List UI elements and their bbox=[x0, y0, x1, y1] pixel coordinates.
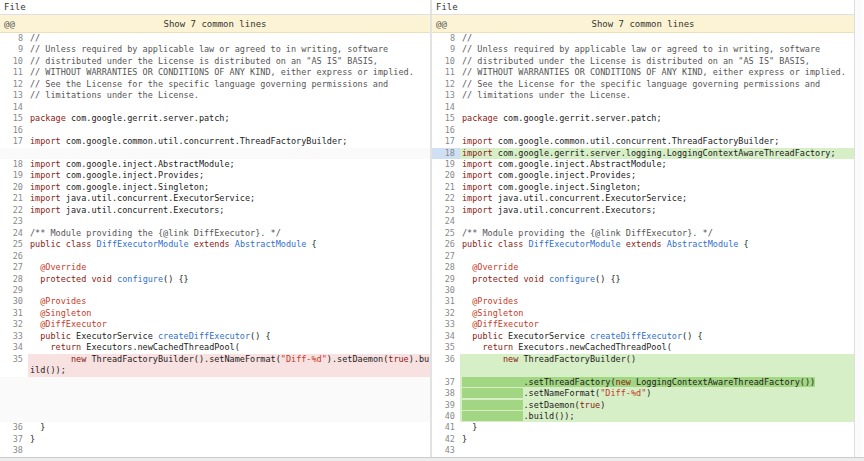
code-segment: .setThreadFactory( bbox=[462, 377, 616, 387]
line-number[interactable]: 27 bbox=[0, 262, 28, 273]
line-number[interactable]: 34 bbox=[432, 331, 460, 342]
line-number[interactable]: 38 bbox=[0, 445, 28, 456]
code-row: 35 return Executors.newCachedThreadPool( bbox=[432, 342, 854, 353]
line-number[interactable]: 32 bbox=[432, 308, 460, 319]
code-row: 28 @Override bbox=[432, 262, 854, 273]
code-line: import com.google.common.util.concurrent… bbox=[460, 136, 854, 147]
line-number[interactable]: 31 bbox=[432, 296, 460, 307]
line-number[interactable]: 33 bbox=[0, 331, 28, 342]
code-segment: "Diff-%d" bbox=[281, 354, 327, 364]
show-common-lines-button[interactable]: Show 7 common lines bbox=[164, 19, 267, 29]
code-segment: package bbox=[462, 113, 498, 123]
line-number[interactable]: 29 bbox=[432, 274, 460, 285]
line-number[interactable]: 23 bbox=[0, 216, 28, 227]
line-number[interactable]: 28 bbox=[432, 262, 460, 273]
line-number[interactable]: 16 bbox=[432, 125, 460, 136]
code-segment bbox=[30, 319, 40, 329]
line-number[interactable]: 9 bbox=[0, 44, 28, 55]
code-row: 14 bbox=[0, 102, 430, 113]
filler-row bbox=[0, 388, 430, 399]
code-row: 8// bbox=[432, 33, 854, 44]
line-number[interactable]: 21 bbox=[0, 193, 28, 204]
code-row: 11// WITHOUT WARRANTIES OR CONDITIONS OF… bbox=[432, 67, 854, 78]
code-row: 38 .setNameFormat("Diff-%d") bbox=[432, 388, 854, 399]
code-segment: com.google.common.util.concurrent.Thread… bbox=[61, 136, 348, 146]
line-number[interactable]: 12 bbox=[432, 79, 460, 90]
line-number[interactable]: 28 bbox=[0, 274, 28, 285]
code-row: 27 bbox=[432, 251, 854, 262]
line-number[interactable]: 37 bbox=[432, 377, 460, 388]
code-line: public class DiffExecutorModule extends … bbox=[28, 239, 430, 250]
line-number[interactable]: 24 bbox=[432, 216, 460, 227]
line-number[interactable]: 14 bbox=[432, 102, 460, 113]
line-number[interactable]: 18 bbox=[432, 148, 460, 159]
hunk-marker: @@ bbox=[4, 19, 15, 29]
filler-row bbox=[0, 377, 430, 388]
code-line: .setDaemon(true) bbox=[460, 400, 854, 411]
code-row: 19import com.google.inject.Provides; bbox=[0, 170, 430, 181]
code-line: @Singleton bbox=[28, 308, 430, 319]
scrollbar-track[interactable] bbox=[854, 0, 862, 457]
line-number[interactable]: 25 bbox=[0, 239, 28, 250]
line-number[interactable]: 16 bbox=[0, 125, 28, 136]
line-number[interactable]: 32 bbox=[0, 319, 28, 330]
line-number[interactable]: 13 bbox=[0, 90, 28, 101]
line-number[interactable]: 11 bbox=[0, 67, 28, 78]
line-number[interactable]: 25 bbox=[432, 228, 460, 239]
line-number[interactable]: 36 bbox=[432, 354, 460, 377]
code-row: 43 bbox=[432, 445, 854, 456]
line-number[interactable]: 22 bbox=[432, 193, 460, 204]
line-number[interactable]: 13 bbox=[432, 90, 460, 101]
line-number[interactable]: 24 bbox=[0, 228, 28, 239]
line-number[interactable]: 23 bbox=[432, 205, 460, 216]
line-number[interactable]: 37 bbox=[0, 434, 28, 445]
line-number[interactable]: 15 bbox=[432, 113, 460, 124]
line-number[interactable]: 19 bbox=[432, 159, 460, 170]
line-number[interactable]: 12 bbox=[0, 79, 28, 90]
line-number[interactable]: 39 bbox=[432, 400, 460, 411]
code-line: import com.google.inject.Provides; bbox=[460, 170, 854, 181]
line-number[interactable]: 20 bbox=[0, 182, 28, 193]
line-number[interactable]: 9 bbox=[432, 44, 460, 55]
code-segment: com.google.inject.AbstractModule; bbox=[61, 159, 235, 169]
code-line: // bbox=[28, 33, 430, 44]
line-number[interactable]: 36 bbox=[0, 422, 28, 433]
show-common-lines-button[interactable]: Show 7 common lines bbox=[592, 19, 695, 29]
line-number[interactable]: 11 bbox=[432, 67, 460, 78]
line-number[interactable]: 19 bbox=[0, 170, 28, 181]
line-number[interactable]: 33 bbox=[432, 319, 460, 330]
line-number[interactable]: 30 bbox=[0, 296, 28, 307]
line-number[interactable]: 38 bbox=[432, 388, 460, 399]
line-number[interactable]: 20 bbox=[432, 170, 460, 181]
line-number[interactable]: 35 bbox=[0, 354, 28, 377]
code-segment: // WITHOUT WARRANTIES OR CONDITIONS OF A… bbox=[462, 67, 846, 77]
line-number[interactable]: 14 bbox=[0, 102, 28, 113]
line-number[interactable]: 31 bbox=[0, 308, 28, 319]
line-number[interactable]: 26 bbox=[432, 239, 460, 250]
line-number[interactable]: 10 bbox=[432, 56, 460, 67]
line-number[interactable]: 34 bbox=[0, 342, 28, 353]
line-number[interactable]: 40 bbox=[432, 411, 460, 422]
line-number[interactable]: 42 bbox=[432, 434, 460, 445]
line-number[interactable]: 21 bbox=[432, 182, 460, 193]
line-number[interactable]: 29 bbox=[0, 285, 28, 296]
code-row: 31 @Provides bbox=[432, 296, 854, 307]
line-number[interactable]: 17 bbox=[0, 136, 28, 147]
code-row: 20import com.google.inject.Provides; bbox=[432, 170, 854, 181]
code-segment bbox=[462, 331, 472, 341]
line-number[interactable]: 30 bbox=[432, 285, 460, 296]
line-number[interactable]: 41 bbox=[432, 422, 460, 433]
line-number[interactable]: 8 bbox=[0, 33, 28, 44]
line-number[interactable]: 8 bbox=[432, 33, 460, 44]
line-number[interactable]: 22 bbox=[0, 205, 28, 216]
line-number[interactable]: 18 bbox=[0, 159, 28, 170]
line-number[interactable]: 35 bbox=[432, 342, 460, 353]
line-number[interactable]: 26 bbox=[0, 251, 28, 262]
line-number[interactable]: 10 bbox=[0, 56, 28, 67]
code-segment: @DiffExecutor bbox=[40, 319, 107, 329]
line-number[interactable]: 27 bbox=[432, 251, 460, 262]
line-number[interactable]: 17 bbox=[432, 136, 460, 147]
line-number[interactable]: 15 bbox=[0, 113, 28, 124]
line-number[interactable]: 43 bbox=[432, 445, 460, 456]
code-segment: import bbox=[30, 170, 61, 180]
